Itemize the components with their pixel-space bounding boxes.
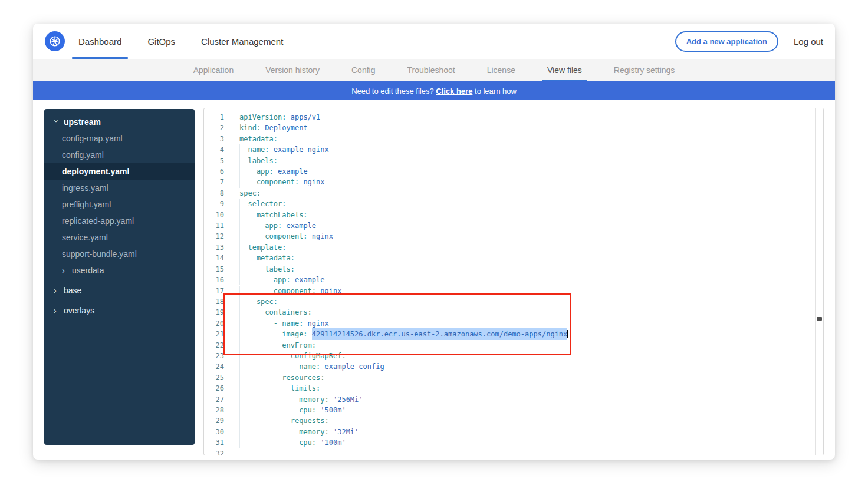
line-number: 29	[204, 415, 224, 426]
code-line-20[interactable]: 20- name: nginx	[204, 318, 823, 329]
code-token	[274, 167, 278, 176]
indent-guides	[239, 264, 265, 275]
tree-item-label: config.yaml	[62, 150, 104, 160]
yaml-editor[interactable]: 1apiVersion: apps/v12kind: Deployment3me…	[203, 108, 824, 455]
line-number: 11	[204, 220, 224, 231]
file-item-ingress.yaml[interactable]: ingress.yaml	[44, 180, 195, 196]
code-line-11[interactable]: 11app: example	[204, 220, 823, 231]
indent-guides	[239, 144, 248, 155]
code-line-21[interactable]: 21image: 429114214526.dkr.ecr.us-east-2.…	[204, 329, 823, 339]
indent-guides	[239, 361, 299, 372]
file-item-deployment.yaml[interactable]: deployment.yaml	[44, 163, 195, 180]
code-line-1[interactable]: 1apiVersion: apps/v1	[204, 112, 823, 123]
file-item-config.yaml[interactable]: config.yaml	[44, 147, 195, 163]
tab-config[interactable]: Config	[351, 59, 375, 81]
code-line-12[interactable]: 12component: nginx	[204, 231, 823, 242]
code-token: spec:	[257, 298, 278, 306]
code-line-8[interactable]: 8spec:	[204, 188, 823, 199]
code-token: requests:	[291, 417, 329, 425]
code-line-22[interactable]: 22envFrom:	[204, 340, 823, 351]
tab-application[interactable]: Application	[193, 59, 234, 81]
nav-item-gitops[interactable]: GitOps	[146, 24, 177, 59]
code-line-19[interactable]: 19containers:	[204, 307, 823, 318]
code-line-2[interactable]: 2kind: Deployment	[204, 123, 823, 133]
add-new-application-button[interactable]: Add a new application	[675, 31, 778, 52]
click-here-link[interactable]: Click here	[436, 87, 472, 95]
code-token: component:	[274, 287, 316, 295]
indent-guides	[239, 383, 291, 394]
code-line-10[interactable]: 10matchLabels:	[204, 210, 823, 220]
code-token: labels:	[248, 157, 278, 165]
indent-guides	[239, 275, 274, 285]
file-item-preflight.yaml[interactable]: preflight.yaml	[44, 196, 195, 213]
line-content: containers:	[239, 307, 312, 318]
code-line-23[interactable]: 23- configMapRef:	[204, 351, 823, 361]
file-item-service.yaml[interactable]: service.yaml	[44, 229, 195, 246]
line-content: name: example-config	[239, 361, 384, 372]
code-line-31[interactable]: 31cpu: '100m'	[204, 437, 823, 448]
code-line-27[interactable]: 27memory: '256Mi'	[204, 394, 823, 405]
tree-item-label: overlays	[64, 306, 94, 315]
line-content: limits:	[239, 383, 320, 394]
editor-scrollbar-track[interactable]	[815, 108, 823, 455]
code-line-32[interactable]: 32	[204, 448, 823, 455]
folder-item-userdata[interactable]: ›userdata	[44, 262, 195, 279]
code-line-18[interactable]: 18spec:	[204, 296, 823, 307]
code-line-13[interactable]: 13template:	[204, 242, 823, 253]
code-token: memory:	[299, 428, 329, 436]
tree-item-label: replicated-app.yaml	[62, 216, 134, 226]
line-number: 26	[204, 383, 224, 394]
code-token: memory:	[299, 395, 329, 404]
code-line-25[interactable]: 25resources:	[204, 372, 823, 383]
code-line-28[interactable]: 28cpu: '500m'	[204, 405, 823, 415]
code-line-30[interactable]: 30memory: '32Mi'	[204, 427, 823, 437]
kubernetes-logo-icon[interactable]	[45, 31, 65, 51]
code-line-16[interactable]: 16app: example	[204, 275, 823, 285]
tab-license[interactable]: License	[487, 59, 515, 81]
line-number: 2	[204, 123, 224, 133]
nav-item-cluster-management[interactable]: Cluster Management	[199, 24, 285, 59]
code-line-29[interactable]: 29requests:	[204, 415, 823, 426]
line-content: kind: Deployment	[239, 123, 308, 133]
code-line-5[interactable]: 5labels:	[204, 156, 823, 166]
indent-guides	[239, 253, 257, 263]
tab-troubleshoot[interactable]: Troubleshoot	[407, 59, 455, 81]
folder-item-upstream[interactable]: ›upstream	[44, 114, 195, 130]
code-line-6[interactable]: 6app: example	[204, 166, 823, 177]
folder-item-base[interactable]: ›base	[44, 282, 195, 299]
code-line-4[interactable]: 4name: example-nginx	[204, 144, 823, 155]
code-token: component:	[257, 178, 299, 186]
indent-guides	[239, 231, 265, 242]
file-item-config-map.yaml[interactable]: config-map.yaml	[44, 130, 195, 147]
code-token: Deployment	[265, 124, 307, 132]
code-token: example-config	[325, 362, 384, 371]
code-line-15[interactable]: 15labels:	[204, 264, 823, 275]
code-token	[269, 146, 274, 154]
tree-item-label: service.yaml	[62, 233, 108, 242]
tab-view-files[interactable]: View files	[547, 59, 582, 81]
indent-guides	[239, 220, 265, 231]
chevron-right-icon: ›	[62, 266, 68, 275]
file-item-support-bundle.yaml[interactable]: support-bundle.yaml	[44, 246, 195, 262]
line-number: 19	[204, 307, 224, 318]
code-line-26[interactable]: 26limits:	[204, 383, 823, 394]
tab-version-history[interactable]: Version history	[265, 59, 320, 81]
line-number: 4	[204, 144, 224, 155]
tab-registry-settings[interactable]: Registry settings	[614, 59, 675, 81]
code-line-14[interactable]: 14metadata:	[204, 253, 823, 263]
line-content: app: example	[239, 220, 316, 231]
code-token: - name:	[274, 319, 304, 328]
line-content: labels:	[239, 156, 278, 166]
code-line-9[interactable]: 9selector:	[204, 199, 823, 209]
code-line-7[interactable]: 7component: nginx	[204, 177, 823, 187]
tree-item-label: userdata	[72, 266, 104, 275]
code-line-17[interactable]: 17component: nginx	[204, 286, 823, 296]
folder-item-overlays[interactable]: ›overlays	[44, 302, 195, 319]
code-line-3[interactable]: 3metadata:	[204, 134, 823, 144]
file-item-replicated-app.yaml[interactable]: replicated-app.yaml	[44, 213, 195, 229]
logout-link[interactable]: Log out	[794, 37, 823, 47]
nav-item-dashboard[interactable]: Dashboard	[77, 24, 123, 59]
editor-scrollbar-thumb[interactable]	[817, 317, 822, 321]
code-line-24[interactable]: 24name: example-config	[204, 361, 823, 372]
line-content: component: nginx	[239, 286, 341, 296]
